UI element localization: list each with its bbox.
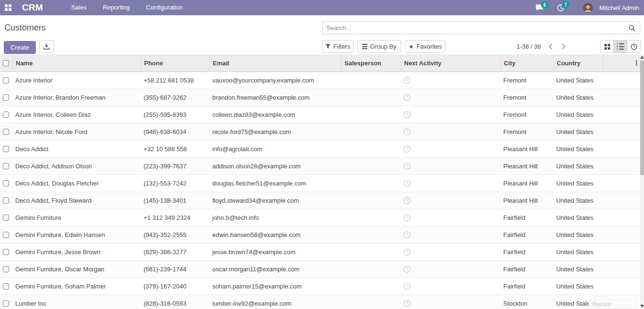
table-row[interactable]: Azure Interior, Nicole Ford (946)-638-60… [0,124,644,141]
vertical-scrollbar[interactable] [640,54,644,309]
table-row[interactable]: Azure Interior, Brandon Freeman (355)-68… [0,89,644,106]
table-row[interactable]: Gemini Furniture +1 312 349 2324 john.b@… [0,209,644,227]
cell-name: Gemini Furniture [12,214,141,221]
menu-reporting[interactable]: Reporting [98,0,135,15]
next-activity-clock-icon[interactable] [404,214,500,221]
kanban-view-button[interactable] [600,40,614,53]
filters-button[interactable]: Filters [322,40,353,53]
column-header-city[interactable]: City [500,54,553,72]
cell-phone: +1 312 349 2324 [141,214,209,221]
row-checkbox[interactable] [3,77,9,83]
row-checkbox[interactable] [3,94,9,101]
select-all-checkbox[interactable] [3,60,9,66]
activities-button[interactable]: 7 [555,4,573,11]
cell-country: United States [553,163,603,170]
next-activity-clock-icon[interactable] [404,283,500,290]
cell-name: Azure Interior, Colleen Diaz [12,111,141,118]
cell-city: Fairfield [500,266,553,273]
messages-button[interactable]: 5 [534,4,552,11]
row-checkbox[interactable] [3,163,9,169]
table-row[interactable]: Azure Interior, Colleen Diaz (255)-595-8… [0,106,644,124]
cell-phone: (561)-239-1744 [141,266,209,273]
next-activity-clock-icon[interactable] [404,111,500,118]
row-checkbox[interactable] [3,283,9,289]
table-row[interactable]: Gemini Furniture, Jesse Brown (829)-386-… [0,244,644,261]
column-header-phone[interactable]: Phone [141,54,209,72]
next-activity-clock-icon[interactable] [404,145,500,153]
next-activity-clock-icon[interactable] [404,197,500,204]
next-activity-clock-icon[interactable] [404,163,500,170]
search-icon[interactable] [624,25,640,31]
avatar-photo [583,3,593,13]
menu-sales[interactable]: Sales [66,0,92,15]
next-activity-clock-icon[interactable] [404,94,500,101]
group-by-button[interactable]: Group By [357,40,401,53]
user-name[interactable]: Mitchell Admin [599,4,639,11]
table-row[interactable]: Azure Interior +58 212 681 0538 vauxoo@y… [0,72,644,89]
column-header-next-activity[interactable]: Next Activity [401,54,500,72]
table-row[interactable]: Deco Addict, Floyd Steward (145)-138-340… [0,192,644,209]
list-view-button[interactable] [613,40,627,53]
scroll-down-icon[interactable] [640,303,644,309]
cell-name: Deco Addict, Floyd Steward [12,197,141,204]
cell-phone: (223)-399-7637 [141,163,209,170]
next-activity-clock-icon[interactable] [404,248,500,256]
favorites-button[interactable]: ★ Favorites [405,40,446,53]
cell-name: Gemini Furniture, Edwin Hansen [12,231,141,238]
create-button[interactable]: Create [4,41,36,54]
row-checkbox[interactable] [3,266,9,272]
pager-previous-icon[interactable] [548,42,554,51]
activity-view-button[interactable] [627,40,641,53]
app-menus: Sales Reporting Configuration [66,0,188,15]
row-checkbox[interactable] [3,215,9,221]
next-activity-clock-icon[interactable] [404,300,500,307]
cell-name: Lumber Inc [12,300,141,307]
filters-label: Filters [333,43,350,50]
column-header-country[interactable]: Country [553,54,603,72]
cell-city: Fremont [500,128,553,135]
row-checkbox[interactable] [3,249,9,255]
table-row[interactable]: Gemini Furniture, Soham Palmer (379)-167… [0,278,644,295]
table-row[interactable]: Gemini Furniture, Edwin Hansen (943)-352… [0,227,644,244]
search-input[interactable] [322,24,624,31]
table-row[interactable]: Gemini Furniture, Oscar Morgan (561)-239… [0,261,644,278]
cell-name: Azure Interior [12,77,141,84]
control-panel-buttons: Create Filters Group By ★ Favorites [0,40,644,53]
column-header-email[interactable]: Email [209,54,341,72]
row-checkbox[interactable] [3,129,9,135]
funnel-icon [325,44,331,49]
table-row[interactable]: Deco Addict +32 10 588 558 info@agrolait… [0,141,644,158]
cell-name: Azure Interior, Nicole Ford [12,128,141,135]
list-icon [617,43,624,50]
next-activity-clock-icon[interactable] [404,77,500,84]
next-activity-clock-icon[interactable] [404,231,500,238]
next-activity-clock-icon[interactable] [404,266,500,273]
pager-next-icon[interactable] [561,42,567,51]
column-header-name[interactable]: Name [12,54,141,72]
next-activity-clock-icon[interactable] [404,180,500,187]
cell-name: Deco Addict [12,145,141,153]
cell-email: soham.palmer15@example.com [209,283,341,290]
column-header-salesperson[interactable]: Salesperson [341,54,401,72]
scrollbar-thumb[interactable] [640,61,644,175]
user-avatar[interactable] [583,3,593,13]
cell-email: addison.olson28@example.com [209,163,341,170]
menu-configuration[interactable]: Configuration [141,0,188,15]
scroll-up-icon[interactable] [640,54,644,60]
next-activity-clock-icon[interactable] [404,128,500,135]
row-checkbox[interactable] [3,300,9,307]
cell-city: Fairfield [500,214,553,221]
row-checkbox[interactable] [3,197,9,204]
row-checkbox[interactable] [3,232,9,238]
table-row[interactable]: Deco Addict, Douglas Fletcher (132)-553-… [0,175,644,192]
export-button[interactable] [39,40,54,53]
cell-city: Fairfield [500,248,553,256]
table-row[interactable]: Lumber Inc (828)-316-0593 lumber-inv92@e… [0,295,644,309]
row-checkbox[interactable] [3,180,9,186]
row-checkbox[interactable] [3,146,9,152]
row-checkbox[interactable] [3,112,9,118]
table-row[interactable]: Deco Addict, Addison Olson (223)-399-763… [0,158,644,175]
pager: 1-38 / 38 [517,40,567,53]
ghost-record-tooltip: Record [589,299,636,309]
apps-menu-button[interactable] [0,0,16,15]
